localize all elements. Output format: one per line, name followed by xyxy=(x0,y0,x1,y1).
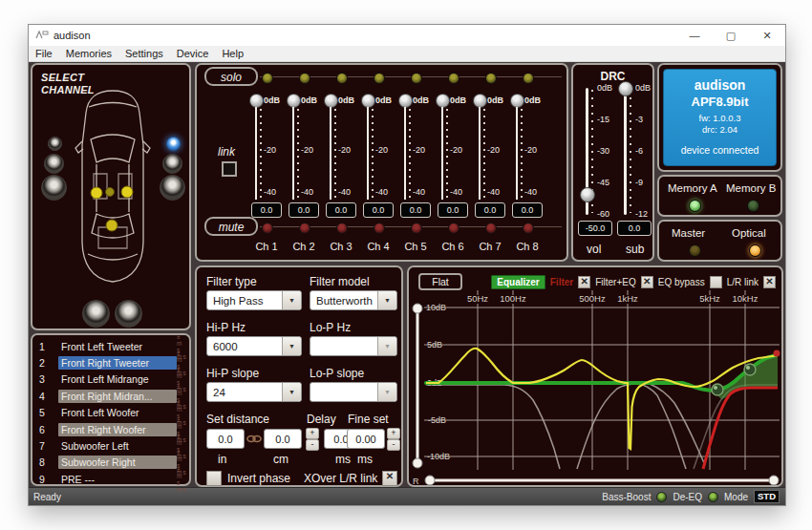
filter-toggle-label[interactable]: Filter xyxy=(550,277,573,287)
fine-set-input[interactable]: 0.00 xyxy=(347,429,385,449)
solo-led[interactable] xyxy=(523,73,534,84)
fader-knob[interactable] xyxy=(436,94,450,108)
fader-track[interactable] xyxy=(516,107,518,200)
xover-lr-link-checkbox[interactable] xyxy=(382,471,397,486)
fader-value[interactable]: 0.0 xyxy=(475,202,505,218)
channel-list-row-1[interactable]: 1Front Left Tweeter± m s ms xyxy=(32,338,189,354)
speaker-subwoofer-right[interactable] xyxy=(115,300,142,328)
chevron-down-icon[interactable]: ▼ xyxy=(282,337,301,355)
fader-value[interactable]: 0.0 xyxy=(288,202,319,218)
solo-led[interactable] xyxy=(299,73,310,84)
fader-knob[interactable] xyxy=(510,94,524,108)
flat-button[interactable]: Flat xyxy=(418,273,462,290)
fader-track[interactable] xyxy=(367,107,369,200)
fader-knob[interactable] xyxy=(249,94,264,108)
mute-led[interactable] xyxy=(374,223,385,234)
vertical-zoom-slider[interactable] xyxy=(413,304,422,468)
speaker-front-right-tweeter-selected[interactable] xyxy=(166,137,181,151)
menu-device[interactable]: Device xyxy=(170,46,216,61)
fader-knob[interactable] xyxy=(324,94,338,108)
channel-list-row-2[interactable]: 2Front Right Tweeter± m s ms xyxy=(32,354,189,371)
distance-cm-input[interactable]: 0.0 xyxy=(264,429,302,449)
chevron-down-icon[interactable]: ▼ xyxy=(282,291,301,309)
filter-model-dropdown[interactable]: Butterworth▼ xyxy=(310,290,397,310)
channel-list-row-9[interactable]: 9PRE ---± m s ms xyxy=(32,471,189,487)
lop-slope-dropdown[interactable]: ▼ xyxy=(310,382,397,402)
fader-knob[interactable] xyxy=(361,94,375,108)
channel-list-row-6[interactable]: 6Front Right Woofer± m s ms xyxy=(32,421,189,437)
memory-b-led[interactable] xyxy=(747,200,759,212)
close-button[interactable]: ✕ xyxy=(749,25,785,46)
fader-value[interactable]: 0.0 xyxy=(363,202,394,218)
speaker-front-right-woofer[interactable] xyxy=(160,175,185,201)
speaker-front-left-midrange[interactable] xyxy=(44,154,64,174)
fader-value[interactable]: 0.0 xyxy=(400,202,431,218)
channel-list-row-7[interactable]: 7Subwoofer Left± m s ms xyxy=(32,437,189,454)
channel-list-row-8[interactable]: 8Subwoofer Right± m s ms xyxy=(32,455,189,471)
speaker-front-left-woofer[interactable] xyxy=(41,175,67,201)
fader-knob[interactable] xyxy=(398,94,413,108)
mute-led[interactable] xyxy=(336,223,348,234)
fader-track[interactable] xyxy=(330,107,331,200)
horizontal-scroll-slider[interactable] xyxy=(425,476,779,485)
mute-led[interactable] xyxy=(411,223,422,234)
fader-knob[interactable] xyxy=(287,94,301,108)
lr-link-checkbox[interactable] xyxy=(763,276,776,288)
speaker-front-left-tweeter[interactable] xyxy=(48,137,62,151)
fader-value[interactable]: 0.0 xyxy=(512,202,543,218)
solo-led[interactable] xyxy=(485,73,497,84)
hip-slope-dropdown[interactable]: 24▼ xyxy=(206,382,302,402)
chevron-down-icon[interactable]: ▼ xyxy=(377,383,396,401)
volume-knob[interactable] xyxy=(580,187,595,202)
equalizer-toggle-button[interactable]: Equalizer xyxy=(491,275,545,289)
menu-memories[interactable]: Memories xyxy=(59,46,118,61)
eq-curve-yellow[interactable] xyxy=(426,349,778,449)
filter-checkbox[interactable] xyxy=(578,276,590,288)
channel-list-row-3[interactable]: 3Front Left Midrange± m s ms xyxy=(32,371,189,388)
link-chain-icon[interactable] xyxy=(246,434,262,444)
fader-value[interactable]: 0.0 xyxy=(438,202,468,218)
solo-led[interactable] xyxy=(448,73,459,84)
memory-b-button[interactable]: Memory B xyxy=(726,182,776,194)
fader-value[interactable]: 0.0 xyxy=(326,202,356,218)
spinner-down-button[interactable]: - xyxy=(387,439,400,451)
fader-knob[interactable] xyxy=(473,94,487,108)
mute-led[interactable] xyxy=(523,223,534,234)
solo-led[interactable] xyxy=(374,73,385,84)
spinner-up-button[interactable]: + xyxy=(306,428,319,439)
maximize-button[interactable]: ▢ xyxy=(713,25,749,46)
fader-track[interactable] xyxy=(479,107,481,200)
chevron-down-icon[interactable]: ▼ xyxy=(282,383,301,401)
solo-led[interactable] xyxy=(336,73,348,84)
mute-led[interactable] xyxy=(448,223,459,234)
curve-handle[interactable] xyxy=(712,384,723,395)
hip-hz-dropdown[interactable]: 6000▼ xyxy=(206,336,302,356)
channel-list-row-5[interactable]: 5Front Left Woofer± m s ms xyxy=(32,405,189,421)
mute-led[interactable] xyxy=(485,223,497,234)
channel-list-row-4[interactable]: 4Front Right Midran...± m s ms xyxy=(32,388,189,404)
fader-track[interactable] xyxy=(441,107,443,200)
fader-value[interactable]: 0.0 xyxy=(251,202,282,218)
sub-knob[interactable] xyxy=(618,81,633,96)
solo-led[interactable] xyxy=(262,73,273,84)
filter-eq-checkbox[interactable] xyxy=(641,276,653,288)
chevron-down-icon[interactable]: ▼ xyxy=(377,291,396,309)
speaker-front-right-midrange[interactable] xyxy=(162,154,182,174)
menu-help[interactable]: Help xyxy=(215,46,250,61)
spinner-up-button[interactable]: + xyxy=(387,428,400,439)
memory-a-led[interactable] xyxy=(689,200,701,212)
menu-settings[interactable]: Settings xyxy=(118,46,170,61)
fader-track[interactable] xyxy=(404,107,406,200)
spinner-down-button[interactable]: - xyxy=(306,439,319,451)
invert-phase-checkbox[interactable] xyxy=(206,471,222,486)
curve-handle[interactable] xyxy=(744,364,756,375)
mute-led[interactable] xyxy=(262,223,273,234)
filter-type-dropdown[interactable]: High Pass▼ xyxy=(206,290,302,310)
minimize-button[interactable]: — xyxy=(676,25,713,46)
mute-led[interactable] xyxy=(299,223,310,234)
speaker-subwoofer-left[interactable] xyxy=(82,300,110,328)
chevron-down-icon[interactable]: ▼ xyxy=(377,337,396,355)
fader-track[interactable] xyxy=(255,107,257,200)
eq-bypass-checkbox[interactable] xyxy=(710,276,722,288)
fader-track[interactable] xyxy=(292,107,294,200)
